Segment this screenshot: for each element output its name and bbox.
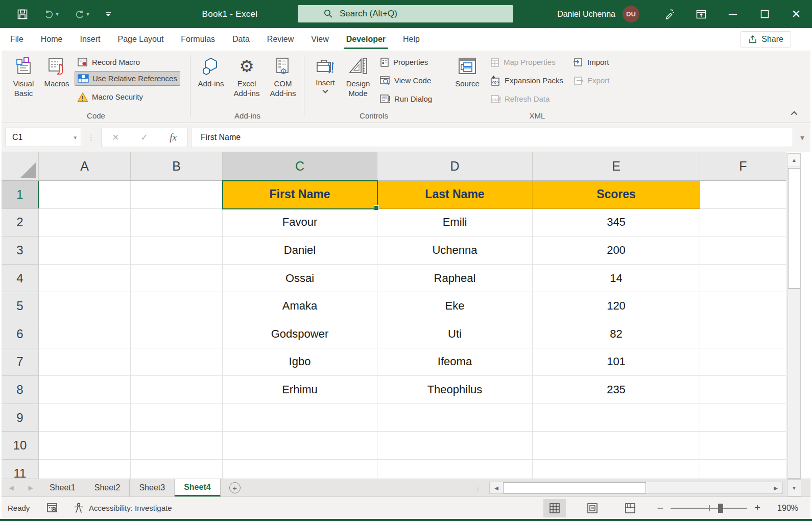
expand-formula-bar-icon[interactable]: ▾ xyxy=(800,133,804,143)
cell-E3[interactable]: 200 xyxy=(533,236,700,265)
confirm-entry-button[interactable]: ✓ xyxy=(140,132,148,143)
macro-security-button[interactable]: Macro Security xyxy=(75,89,146,104)
cell-C5[interactable]: Amaka xyxy=(223,292,377,320)
scroll-up-button[interactable]: ▲ xyxy=(788,154,800,167)
row-header-8[interactable]: 8 xyxy=(2,376,39,404)
row-header-9[interactable]: 9 xyxy=(2,404,39,432)
tab-bar-resize-handle[interactable]: ⋮ xyxy=(474,484,481,492)
cell-F9[interactable] xyxy=(700,404,786,432)
sheet-nav-right-button[interactable]: ▶ xyxy=(21,479,40,496)
insert-control-button[interactable]: Insert xyxy=(312,53,339,109)
cell-B5[interactable] xyxy=(131,292,223,320)
add-ins-button[interactable]: Add-ins xyxy=(197,53,225,109)
cell-E11[interactable] xyxy=(533,460,700,479)
save-button[interactable] xyxy=(9,0,36,28)
ribbon-display-options-button[interactable] xyxy=(685,0,717,28)
cell-A4[interactable] xyxy=(39,265,131,293)
tab-data[interactable]: Data xyxy=(224,28,258,51)
cell-A2[interactable] xyxy=(39,209,131,237)
properties-button[interactable]: Properties xyxy=(377,55,431,69)
search-input[interactable]: Search (Alt+Q) xyxy=(298,5,513,22)
scroll-down-button[interactable]: ▼ xyxy=(787,479,801,496)
cell-D4[interactable]: Rapheal xyxy=(377,265,533,293)
cell-F4[interactable] xyxy=(700,265,786,293)
import-button[interactable]: Import xyxy=(570,55,612,69)
name-box-dropdown-icon[interactable]: ▾ xyxy=(74,134,77,141)
cell-B10[interactable] xyxy=(131,432,223,460)
zoom-level-label[interactable]: 190% xyxy=(772,504,798,513)
cell-E10[interactable] xyxy=(533,432,700,460)
sheet-nav-left-button[interactable]: ◀ xyxy=(2,479,21,496)
cell-F7[interactable] xyxy=(700,348,786,376)
cell-C10[interactable] xyxy=(223,432,377,460)
cell-F6[interactable] xyxy=(700,320,786,348)
row-header-5[interactable]: 5 xyxy=(2,292,39,320)
cell-C2[interactable]: Favour xyxy=(223,209,377,237)
new-sheet-button[interactable]: + xyxy=(221,479,249,496)
export-button[interactable]: Export xyxy=(570,73,612,88)
cell-A8[interactable] xyxy=(39,376,131,404)
scroll-right-button[interactable]: ▶ xyxy=(769,482,782,493)
row-header-1[interactable]: 1 xyxy=(2,181,39,209)
cell-A7[interactable] xyxy=(39,348,131,376)
close-button[interactable]: ✕ xyxy=(780,0,812,28)
cell-E7[interactable]: 101 xyxy=(533,348,700,376)
cell-F10[interactable] xyxy=(700,432,786,460)
cell-B7[interactable] xyxy=(131,348,223,376)
cell-C9[interactable] xyxy=(223,404,377,432)
cell-A6[interactable] xyxy=(39,320,131,348)
tab-file[interactable]: File xyxy=(2,28,32,51)
cell-C8[interactable]: Erhimu xyxy=(223,376,377,404)
cell-B2[interactable] xyxy=(131,209,223,237)
horizontal-scrollbar[interactable]: ◀ ▶ xyxy=(489,482,783,494)
formula-input[interactable]: First Name xyxy=(191,128,793,147)
cell-B8[interactable] xyxy=(131,376,223,404)
cell-A11[interactable] xyxy=(39,460,131,479)
cell-F5[interactable] xyxy=(700,292,786,320)
cell-E5[interactable]: 120 xyxy=(533,292,700,320)
insert-function-button[interactable]: fx xyxy=(170,132,177,143)
tab-home[interactable]: Home xyxy=(32,28,71,51)
cell-D9[interactable] xyxy=(377,404,533,432)
tab-page-layout[interactable]: Page Layout xyxy=(109,28,172,51)
maximize-button[interactable] xyxy=(749,0,780,28)
view-code-button[interactable]: View Code xyxy=(377,73,434,88)
column-header-C[interactable]: C xyxy=(223,152,377,180)
cell-D11[interactable] xyxy=(377,460,533,479)
cell-C4[interactable]: Ossai xyxy=(223,265,377,293)
sheet-tab-sheet3[interactable]: Sheet3 xyxy=(130,479,175,496)
name-box[interactable]: C1 ▾ xyxy=(6,128,81,147)
sheet-tab-sheet4[interactable]: Sheet4 xyxy=(175,479,220,496)
cell-D2[interactable]: Emili xyxy=(377,209,533,237)
macros-button[interactable]: Macros xyxy=(42,53,71,109)
cell-F8[interactable] xyxy=(700,376,786,404)
tab-help[interactable]: Help xyxy=(394,28,428,51)
zoom-out-button[interactable]: − xyxy=(657,502,663,515)
column-header-A[interactable]: A xyxy=(39,152,131,180)
horizontal-scrollbar-thumb[interactable] xyxy=(503,482,646,493)
cell-F1[interactable] xyxy=(700,181,786,209)
column-header-D[interactable]: D xyxy=(377,152,533,180)
cell-B3[interactable] xyxy=(131,236,223,265)
cell-F3[interactable] xyxy=(700,236,786,265)
cell-D3[interactable]: Uchenna xyxy=(377,236,533,265)
cancel-entry-button[interactable]: × xyxy=(112,131,119,144)
cell-B9[interactable] xyxy=(131,404,223,432)
column-header-E[interactable]: E xyxy=(533,152,700,180)
expansion-packs-button[interactable]: <o> Expansion Packs xyxy=(487,73,566,88)
formula-bar-resize-handle[interactable]: ⋮ xyxy=(87,133,95,142)
row-header-7[interactable]: 7 xyxy=(2,348,39,376)
row-header-2[interactable]: 2 xyxy=(2,209,39,237)
cell-D7[interactable]: Ifeoma xyxy=(377,348,533,376)
cell-D6[interactable]: Uti xyxy=(377,320,533,348)
record-macro-button[interactable]: Record Macro xyxy=(75,55,142,69)
macro-recording-status-button[interactable] xyxy=(46,503,59,514)
page-layout-view-button[interactable] xyxy=(581,499,604,517)
cell-A10[interactable] xyxy=(39,432,131,460)
cell-A1[interactable] xyxy=(39,181,131,209)
cell-C7[interactable]: Igbo xyxy=(223,348,377,376)
row-header-11[interactable]: 11 xyxy=(2,460,39,479)
vertical-scrollbar[interactable]: ▲ xyxy=(787,153,801,479)
cell-D1[interactable]: Last Name xyxy=(377,181,533,209)
excel-add-ins-button[interactable]: ⚙ Excel Add-ins xyxy=(229,53,264,109)
